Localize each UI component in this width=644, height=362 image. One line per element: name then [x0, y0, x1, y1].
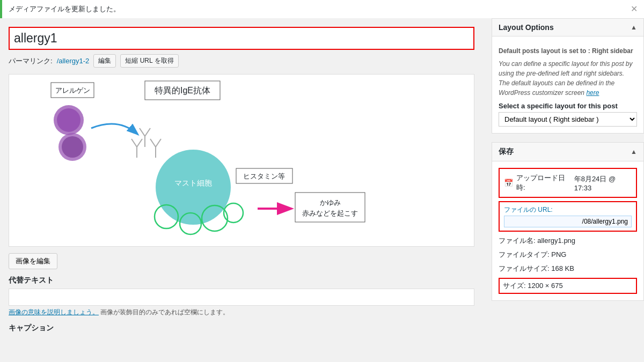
file-name-value: allergy1.png [537, 237, 575, 245]
dimensions-row: サイズ: 644 × 362 [499, 278, 637, 294]
permalink-short-url-button[interactable]: 短縮 URL を取得 [120, 54, 178, 68]
file-name-row: ファイル名: allergy1.png [499, 235, 637, 247]
layout-panel-toggle[interactable]: ▲ [631, 24, 637, 31]
caption-label: キャプション [9, 323, 474, 333]
file-url-input[interactable] [504, 216, 632, 227]
permalink-edit-button[interactable]: 編集 [93, 54, 116, 68]
dimensions-value: 644 × 362 [528, 282, 562, 290]
alt-hint-link[interactable]: 画像の意味を説明しましょう。 [9, 308, 99, 316]
file-url-row: ファイルの URL: [499, 201, 637, 232]
layout-options-panel: Layout Options ▲ Default posts layout is… [492, 18, 644, 134]
save-panel-body: 📅 アップロード日時: 年8月24日 @ 17:33 ファイルの URL: ファ… [492, 161, 643, 300]
alt-text-input[interactable] [9, 289, 474, 306]
svg-text:アレルゲン: アレルゲン [55, 86, 90, 94]
svg-text:赤みなどを起こす: 赤みなどを起こす [302, 209, 358, 217]
sidebar: Layout Options ▲ Default posts layout is… [483, 18, 644, 342]
upload-date-value: 年8月24日 @ 17:33 [574, 174, 632, 192]
svg-point-7 [62, 136, 83, 158]
layout-desc-link[interactable]: here [586, 89, 599, 97]
file-size-row: ファイルサイズ: 168 KB [499, 263, 637, 275]
layout-panel-title: Layout Options [499, 23, 554, 32]
dimensions-label: サイズ: [503, 282, 526, 290]
layout-desc-default: Default posts layout is set to : Right s… [499, 46, 637, 56]
save-panel-title: 保存 [499, 147, 514, 157]
layout-desc-main: You can define a specific layout for thi… [499, 60, 632, 97]
layout-panel-header: Layout Options ▲ [492, 19, 643, 36]
title-input[interactable] [9, 27, 474, 50]
svg-text:かゆみ: かゆみ [320, 198, 341, 206]
layout-panel-body: Default posts layout is set to : Right s… [492, 36, 643, 133]
notice-message: メディアファイルを更新しました。 [9, 4, 120, 14]
file-type-label: ファイルタイプ: [499, 250, 550, 258]
alt-hint-text: 画像が装飾目的のみであれば空欄にします。 [99, 308, 229, 316]
content-area: パーマリンク: /allergy1-2 編集 短縮 URL を取得 アレルゲン … [0, 18, 483, 342]
permalink-link[interactable]: /allergy1-2 [57, 57, 90, 65]
calendar-icon: 📅 [504, 179, 513, 187]
svg-line-15 [131, 139, 137, 147]
file-name-label: ファイル名: [499, 237, 536, 245]
svg-line-10 [145, 128, 150, 136]
svg-text:ヒスタミン等: ヒスタミン等 [243, 172, 285, 180]
svg-rect-26 [295, 193, 365, 222]
permalink-label: パーマリンク: [9, 56, 53, 66]
svg-line-12 [150, 139, 156, 147]
layout-select-label: Select a specific layout for this post [499, 102, 637, 110]
upload-date-row: 📅 アップロード日時: 年8月24日 @ 17:33 [499, 168, 637, 198]
notice-bar: メディアファイルを更新しました。 ✕ [0, 0, 644, 18]
svg-line-16 [137, 139, 142, 147]
alt-hint: 画像の意味を説明しましょう。 画像が装飾目的のみであれば空欄にします。 [9, 308, 474, 317]
save-panel-toggle[interactable]: ▲ [631, 148, 637, 156]
layout-select[interactable]: Default layout ( Right sidebar ) Left si… [499, 112, 637, 127]
file-type-value: PNG [551, 250, 566, 258]
file-type-row: ファイルタイプ: PNG [499, 249, 637, 261]
svg-text:特異的IgE抗体: 特異的IgE抗体 [155, 86, 210, 95]
svg-line-13 [156, 139, 161, 147]
svg-line-9 [140, 128, 145, 136]
upload-date-label: アップロード日時: [516, 173, 571, 193]
image-container: アレルゲン 特異的IgE抗体 [9, 74, 474, 247]
svg-point-5 [57, 108, 80, 132]
file-size-value: 168 KB [551, 264, 574, 272]
svg-text:マスト細胞: マスト細胞 [174, 179, 212, 187]
layout-desc-body: You can define a specific layout for thi… [499, 59, 637, 98]
save-panel-header: 保存 ▲ [492, 143, 643, 161]
edit-image-button[interactable]: 画像を編集 [9, 253, 57, 269]
layout-default-text: Default posts layout is set to : Right s… [499, 47, 633, 55]
file-url-label: ファイルの URL: [504, 205, 632, 215]
alt-text-label: 代替テキスト [9, 276, 474, 285]
notice-close-button[interactable]: ✕ [631, 5, 638, 13]
save-panel: 保存 ▲ 📅 アップロード日時: 年8月24日 @ 17:33 ファイルの UR… [492, 142, 644, 301]
permalink-row: パーマリンク: /allergy1-2 編集 短縮 URL を取得 [9, 54, 474, 68]
allergy-diagram: アレルゲン 特異的IgE抗体 [9, 75, 474, 246]
file-size-label: ファイルサイズ: [499, 264, 550, 272]
